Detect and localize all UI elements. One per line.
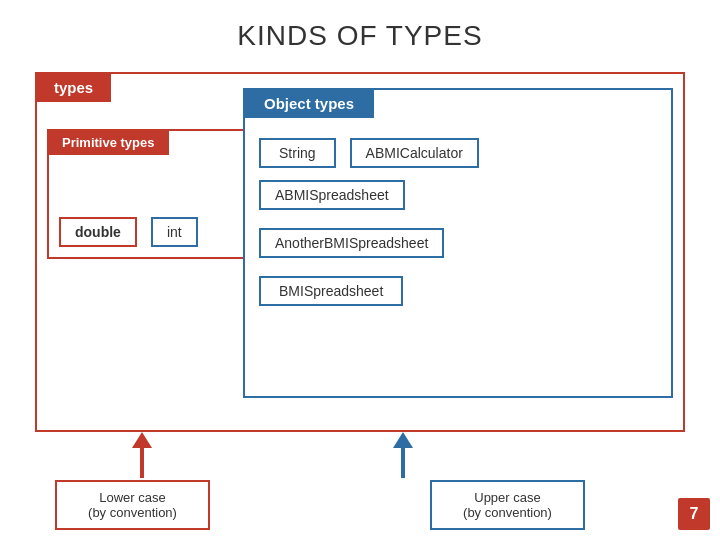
row3: AnotherBMISpreadsheet xyxy=(259,228,657,268)
lower-case-line1: Lower case xyxy=(77,490,188,505)
int-box: int xyxy=(151,217,198,247)
row1: String ABMICalculator xyxy=(259,138,657,168)
page-number: 7 xyxy=(678,498,710,530)
arrow-shaft-red xyxy=(140,448,144,478)
page-title: KINDS OF TYPES xyxy=(30,20,690,52)
object-items: String ABMICalculator ABMISpreadsheet An… xyxy=(259,138,657,314)
primitive-types-label: Primitive types xyxy=(48,130,169,155)
outer-container: types Primitive types double int Object … xyxy=(35,72,685,432)
double-box: double xyxy=(59,217,137,247)
abmi-spread-box: ABMISpreadsheet xyxy=(259,180,405,210)
title-text: KINDS OF TYPES xyxy=(237,20,482,51)
primitive-types-box: Primitive types double int xyxy=(47,129,247,259)
lower-case-box: Lower case (by convention) xyxy=(55,480,210,530)
bottom-labels: Lower case (by convention) Upper case (b… xyxy=(55,480,585,530)
arrow-up-red xyxy=(132,432,152,478)
types-label: types xyxy=(36,73,111,102)
arrow-up-blue xyxy=(393,432,413,478)
abmi-calc-box: ABMICalculator xyxy=(350,138,479,168)
object-types-label: Object types xyxy=(244,89,374,118)
bmi-spread-box: BMISpreadsheet xyxy=(259,276,403,306)
row2: ABMISpreadsheet xyxy=(259,180,657,220)
another-bmi-box: AnotherBMISpreadsheet xyxy=(259,228,444,258)
row4: BMISpreadsheet xyxy=(259,276,657,306)
page: KINDS OF TYPES types Primitive types dou… xyxy=(0,0,720,540)
string-box: String xyxy=(259,138,336,168)
arrow-head-blue xyxy=(393,432,413,448)
primitive-items: double int xyxy=(59,217,198,247)
upper-case-box: Upper case (by convention) xyxy=(430,480,585,530)
inner-container: Object types String ABMICalculator ABMIS… xyxy=(243,88,673,398)
arrow-shaft-blue xyxy=(401,448,405,478)
upper-case-line1: Upper case xyxy=(452,490,563,505)
upper-case-line2: (by convention) xyxy=(452,505,563,520)
lower-case-line2: (by convention) xyxy=(77,505,188,520)
arrow-head-red xyxy=(132,432,152,448)
